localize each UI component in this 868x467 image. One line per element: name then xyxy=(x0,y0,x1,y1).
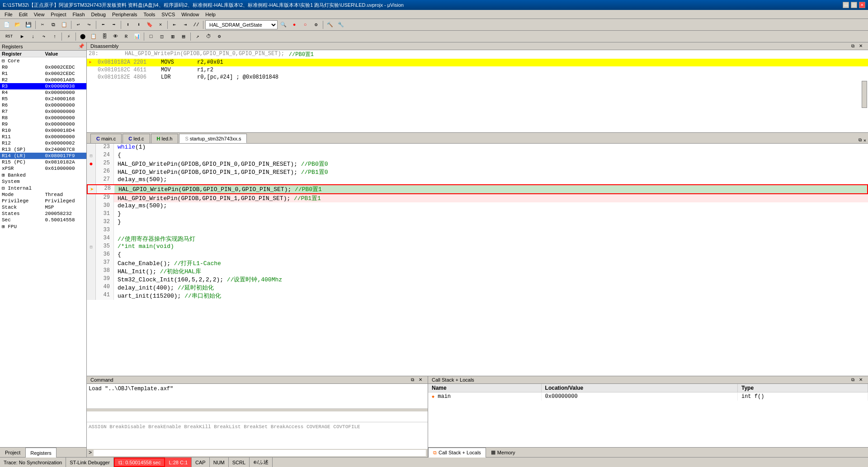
tab-callstack-locals[interactable]: ⧉Call Stack + Locals xyxy=(428,448,486,458)
command-close-btn[interactable]: ✕ xyxy=(417,377,424,383)
reg-sec[interactable]: Sec0.50014558 xyxy=(0,217,86,223)
build-target[interactable]: 🔨 xyxy=(325,20,335,30)
menu-flash[interactable]: Flash xyxy=(70,11,88,18)
command-input[interactable] xyxy=(94,450,426,456)
cmd1[interactable]: ⚡ xyxy=(64,32,74,42)
debug-step-over[interactable]: ↷ xyxy=(39,32,49,42)
breakpoint-btn[interactable]: ⬤ xyxy=(78,32,88,42)
bookmark-next[interactable]: ⬇ xyxy=(134,20,144,30)
undo-button[interactable]: ↩ xyxy=(73,20,83,30)
view-btn3[interactable]: ▥ xyxy=(168,32,178,42)
reg-r12[interactable]: R120x00000002 xyxy=(0,140,86,146)
reg-r1[interactable]: R10x0002CEDC xyxy=(0,70,86,77)
disasm-btn[interactable]: 📋 xyxy=(89,32,99,42)
close-button[interactable]: ✕ xyxy=(859,2,865,8)
editor-float-btn[interactable]: ⧉ xyxy=(859,138,862,143)
open-button[interactable]: 📂 xyxy=(13,20,23,30)
menu-project[interactable]: Project xyxy=(48,11,69,18)
perf-btn[interactable]: 📊 xyxy=(132,32,142,42)
regs-btn[interactable]: R xyxy=(121,32,131,42)
menu-file[interactable]: File xyxy=(2,11,15,18)
indent-right[interactable]: ⇥ xyxy=(180,20,190,30)
reg-r3[interactable]: R30x00000038 xyxy=(0,83,86,89)
reg-stack[interactable]: StackMSP xyxy=(0,204,86,210)
tab-main-c[interactable]: C main.c xyxy=(90,134,122,143)
maximize-button[interactable]: □ xyxy=(851,2,857,8)
debug-stop[interactable]: ○ xyxy=(300,20,310,30)
registers-pin[interactable]: 📌 xyxy=(78,43,85,49)
debug-settings[interactable]: ⚙ xyxy=(311,20,321,30)
reg-mode[interactable]: ModeThread xyxy=(0,191,86,198)
debug-run[interactable]: ● xyxy=(289,20,299,30)
reg-r7[interactable]: R70x00000000 xyxy=(0,108,86,115)
disasm-float-btn[interactable]: ⧉ xyxy=(850,43,855,49)
watch-btn[interactable]: 👁 xyxy=(110,32,120,42)
command-float-btn[interactable]: ⧉ xyxy=(410,377,415,383)
menu-svcs[interactable]: SVCS xyxy=(159,11,178,18)
trace-btn[interactable]: ⏱ xyxy=(203,32,213,42)
logic-btn[interactable]: ↗ xyxy=(193,32,203,42)
reg-xpsr[interactable]: xPSR0x61000000 xyxy=(0,165,86,172)
callstack-close-btn[interactable]: ✕ xyxy=(857,377,864,383)
reg-internal[interactable]: ⊟ Internal xyxy=(0,185,86,191)
function-dropdown[interactable]: HAL_SDRAM_GetState xyxy=(205,20,278,29)
tab-registers[interactable]: Registers xyxy=(25,448,56,458)
comment-toggle[interactable]: // xyxy=(191,20,201,30)
reg-r5[interactable]: R50x24000168 xyxy=(0,96,86,102)
redo-button[interactable]: ↪ xyxy=(84,20,94,30)
menu-edit[interactable]: Edit xyxy=(16,11,30,18)
forward-button[interactable]: ➡ xyxy=(109,20,119,30)
view-btn4[interactable]: ▤ xyxy=(179,32,189,42)
reg-r11[interactable]: R110x00000000 xyxy=(0,134,86,140)
reg-banked[interactable]: ⊞ Banked xyxy=(0,172,86,178)
tab-project[interactable]: Project xyxy=(0,448,25,458)
debug-step-out[interactable]: ↑ xyxy=(50,32,60,42)
tab-led-c[interactable]: C led.c xyxy=(123,134,150,143)
view-btn2[interactable]: ◫ xyxy=(157,32,167,42)
menu-peripherals[interactable]: Peripherals xyxy=(109,11,140,18)
editor-close-btn[interactable]: ✕ xyxy=(863,138,866,143)
new-file-button[interactable]: 📄 xyxy=(2,20,12,30)
reg-r15-pc[interactable]: R15 (PC)0x0810182A xyxy=(0,159,86,165)
reg-system[interactable]: System xyxy=(0,178,86,185)
reg-r13-sp[interactable]: R13 (SP)0x240007C8 xyxy=(0,146,86,153)
reg-r4[interactable]: R40x00000000 xyxy=(0,89,86,96)
reg-core-group[interactable]: ⊟ Core xyxy=(0,57,86,65)
save-button[interactable]: 💾 xyxy=(24,20,33,30)
callstack-float-btn[interactable]: ⧉ xyxy=(850,377,855,383)
tab-memory[interactable]: ▦Memory xyxy=(486,448,520,458)
menu-view[interactable]: View xyxy=(31,11,47,18)
wrench-icon[interactable]: 🔧 xyxy=(336,20,346,30)
debug-step-in[interactable]: ↓ xyxy=(28,32,38,42)
menu-help[interactable]: Help xyxy=(203,11,218,18)
disasm-close-btn[interactable]: ✕ xyxy=(857,43,864,49)
debug-go[interactable]: ▶ xyxy=(17,32,27,42)
back-button[interactable]: ⬅ xyxy=(98,20,108,30)
cut-button[interactable]: ✂ xyxy=(38,20,47,30)
reg-fpu[interactable]: ⊞ FPU xyxy=(0,223,86,230)
paste-button[interactable]: 📋 xyxy=(59,20,69,30)
reg-r6[interactable]: R60x00000000 xyxy=(0,102,86,108)
menu-tools[interactable]: Tools xyxy=(141,11,158,18)
reg-privilege[interactable]: PrivilegePrivileged xyxy=(0,198,86,204)
debug-reset[interactable]: RST xyxy=(2,32,16,42)
menu-debug[interactable]: Debug xyxy=(89,11,108,18)
callstack-row-main[interactable]: ◆ main 0x00000000 int f() xyxy=(428,392,868,401)
reg-states[interactable]: States200058232 xyxy=(0,210,86,217)
tab-led-h[interactable]: H led.h xyxy=(151,134,179,143)
bookmark-add[interactable]: 🔖 xyxy=(145,20,155,30)
minimize-button[interactable]: — xyxy=(843,2,849,8)
menu-window[interactable]: Window xyxy=(179,11,202,18)
reg-r9[interactable]: R90x00000000 xyxy=(0,121,86,127)
search-button[interactable]: 🔍 xyxy=(278,20,288,30)
indent-left[interactable]: ⇤ xyxy=(170,20,179,30)
reg-r14-lr[interactable]: R14 (LR)0x080017F9 xyxy=(0,153,86,159)
memory-btn[interactable]: 🗄 xyxy=(99,32,109,42)
reg-r2[interactable]: R20x00061A85 xyxy=(0,77,86,83)
bookmark-clear[interactable]: × xyxy=(156,20,165,30)
reg-r0[interactable]: R00x0002CEDC xyxy=(0,64,86,70)
settings-btn2[interactable]: ⚙ xyxy=(214,32,224,42)
tab-startup[interactable]: S startup_stm32h743xx.s xyxy=(179,134,247,143)
reg-r8[interactable]: R80x00000000 xyxy=(0,115,86,121)
copy-button[interactable]: ⧉ xyxy=(48,20,58,30)
